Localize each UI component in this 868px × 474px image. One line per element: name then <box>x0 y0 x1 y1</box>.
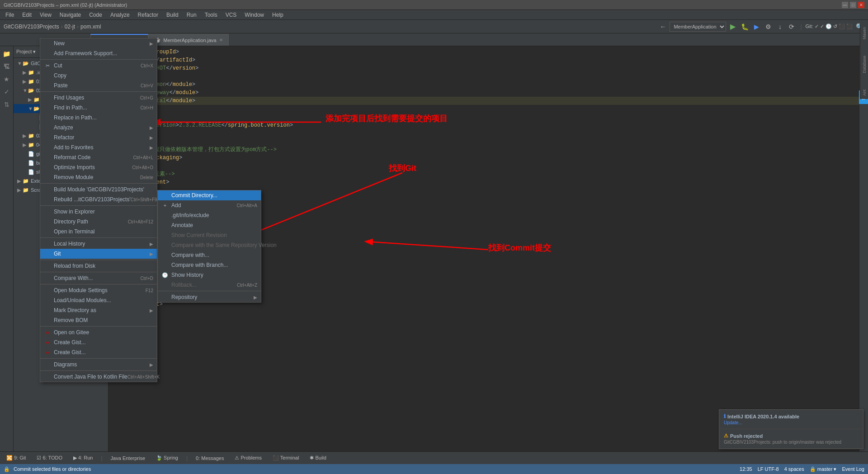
sidebar-icon-commit[interactable]: ✓ <box>1 86 13 98</box>
window-controls[interactable]: — □ ✕ <box>842 2 864 8</box>
ctx-compare-same-repo-label: Compare with the Same Repository Version <box>171 242 277 248</box>
ctx-sep-1 <box>40 59 157 60</box>
ctx-convert-kotlin[interactable]: Convert Java File to Kotlin File Ctrl+Al… <box>40 372 157 382</box>
notif-update-link[interactable]: Update... <box>724 420 742 425</box>
breadcrumb-module[interactable]: 02-jt <box>65 24 75 30</box>
tab-spring[interactable]: 🍃 Spring <box>151 453 183 464</box>
tab-run[interactable]: ▶ 4: Run <box>69 453 97 464</box>
tab-member-close[interactable]: ✕ <box>219 38 223 43</box>
ctx-copy[interactable]: Copy <box>40 71 157 81</box>
menu-edit[interactable]: Edit <box>19 11 35 19</box>
menu-build[interactable]: Build <box>163 11 182 19</box>
menu-vcs[interactable]: VCS <box>222 11 241 19</box>
menu-refactor[interactable]: Refactor <box>134 11 162 19</box>
menu-file[interactable]: File <box>2 11 18 19</box>
ctx-create-gist2[interactable]: ●Create Gist... <box>40 347 157 357</box>
tab-java-enterprise[interactable]: Java Enterprise <box>106 453 150 464</box>
ctx-add-favorites-label: Add to Favorites <box>54 144 93 151</box>
sidebar-icon-structure[interactable]: 🏗 <box>1 61 13 72</box>
close-btn[interactable]: ✕ <box>858 2 864 8</box>
minimize-btn[interactable]: — <box>842 2 848 8</box>
ctx-add[interactable]: +Add Ctrl+Alt+A <box>158 200 261 210</box>
tab-todo[interactable]: ☑ 6: TODO <box>32 453 67 464</box>
ctx-commit-dir[interactable]: Commit Directory... <box>158 190 261 200</box>
ctx-paste[interactable]: Paste Ctrl+V <box>40 81 157 90</box>
status-event-log[interactable]: Event Log <box>842 466 864 472</box>
breadcrumb-file[interactable]: pom.xml <box>80 24 101 30</box>
ctx-git[interactable]: Git ▶ <box>40 249 157 259</box>
ctx-find-path[interactable]: Find in Path... Ctrl+H <box>40 103 157 113</box>
ctx-compare-with-sub[interactable]: Compare with... <box>158 250 261 260</box>
tab-member-application[interactable]: ☕ MemberApplication.java ✕ <box>148 34 228 46</box>
sidebar-icon-favorites[interactable]: ★ <box>1 73 13 85</box>
ctx-refactor[interactable]: Refactor ▶ <box>40 133 157 142</box>
ctx-rebuild[interactable]: Rebuild ...itCGBIV2103Projects' Ctrl+Shi… <box>40 194 157 204</box>
ctx-diagrams[interactable]: Diagrams ▶ <box>40 360 157 370</box>
ctx-add-favorites[interactable]: Add to Favorites ▶ <box>40 142 157 152</box>
ctx-open-terminal[interactable]: Open in Terminal <box>40 227 157 237</box>
ctx-cut[interactable]: ✂Cut Ctrl+X <box>40 61 157 71</box>
ctx-show-explorer[interactable]: Show in Explorer <box>40 207 157 217</box>
tab-terminal[interactable]: ⬛ Terminal <box>268 453 303 464</box>
ctx-create-gist1-label: Create Gist... <box>54 339 86 346</box>
tab-git[interactable]: 🔀 9: Git <box>2 453 30 464</box>
run-config-select[interactable]: MemberApplication <box>670 22 726 32</box>
ctx-compare-with[interactable]: Compare With... Ctrl+D <box>40 273 157 283</box>
ctx-sep-8 <box>40 284 157 284</box>
menu-run[interactable]: Run <box>183 11 200 19</box>
ctx-annotate[interactable]: Annotate <box>158 220 261 230</box>
back-btn[interactable]: ← <box>658 22 668 32</box>
menu-analyze[interactable]: Analyze <box>107 11 133 19</box>
ctx-module-settings[interactable]: Open Module Settings F12 <box>40 285 157 295</box>
ctx-load-modules[interactable]: Load/Unload Modules... <box>40 295 157 305</box>
ctx-find-usages[interactable]: Find Usages Ctrl+G <box>40 93 157 103</box>
right-sidebar: Maven Database Ant <box>860 24 868 99</box>
ctx-git-label: Git <box>54 251 61 257</box>
ctx-remove-bom[interactable]: Remove BOM <box>40 315 157 325</box>
ant-label[interactable]: Ant <box>861 86 868 100</box>
debug-btn[interactable]: 🐛 <box>740 22 750 32</box>
maven-label[interactable]: Maven <box>861 24 868 43</box>
menu-navigate[interactable]: Navigate <box>56 11 85 19</box>
tab-build[interactable]: ✱ Build <box>305 453 331 464</box>
ctx-reload-disk[interactable]: Reload from Disk <box>40 261 157 271</box>
ctx-repository[interactable]: Repository ▶ <box>158 292 261 302</box>
maximize-btn[interactable]: □ <box>850 2 856 8</box>
database-label[interactable]: Database <box>861 52 868 77</box>
ctx-show-history[interactable]: 🕐Show History <box>158 270 261 280</box>
menu-code[interactable]: Code <box>85 11 106 19</box>
menu-help[interactable]: Help <box>269 11 287 19</box>
sidebar-icon-pull-request[interactable]: ⇅ <box>1 99 13 110</box>
menu-window[interactable]: Window <box>241 11 268 19</box>
notif-update: ℹ IntelliJ IDEA 2020.1.4 available Updat… <box>719 410 863 429</box>
ctx-compare-branch[interactable]: Compare with Branch... <box>158 260 261 270</box>
ctx-gitinfo-exclude[interactable]: .git/info/exclude <box>158 210 261 220</box>
ctx-open-gitee[interactable]: ●Open on Gitee <box>40 327 157 337</box>
coverage-btn[interactable]: ▶ <box>751 22 761 32</box>
toolbar-btn-2[interactable]: ↓ <box>775 22 785 32</box>
ctx-commit-dir-label: Commit Directory... <box>171 192 217 199</box>
ctx-build-module[interactable]: Build Module 'GitCGBIV2103Projects' <box>40 185 157 194</box>
ctx-create-gist1[interactable]: ●Create Gist... <box>40 337 157 347</box>
tab-problems[interactable]: ⚠ Problems <box>230 453 266 464</box>
toolbar-btn-1[interactable]: ⚙ <box>763 22 773 32</box>
ctx-add-framework[interactable]: Add Framework Support... <box>40 48 157 58</box>
ctx-dir-path[interactable]: Directory Path Ctrl+Alt+F12 <box>40 217 157 227</box>
ctx-new[interactable]: New ▶ <box>40 38 157 48</box>
ctx-mark-dir-label: Mark Directory as <box>54 307 96 313</box>
ctx-reformat[interactable]: Reformat Code Ctrl+Alt+L <box>40 152 157 162</box>
ctx-local-history[interactable]: Local History ▶ <box>40 239 157 249</box>
ctx-replace-path[interactable]: Replace in Path... <box>40 113 157 123</box>
status-branch[interactable]: 🔒 master ▾ <box>810 466 837 472</box>
menu-tools[interactable]: Tools <box>201 11 221 19</box>
sidebar-icon-project[interactable]: 📁 <box>1 48 13 60</box>
ctx-remove-module[interactable]: Remove Module Delete <box>40 172 157 182</box>
toolbar-btn-3[interactable]: ⟳ <box>787 22 797 32</box>
ctx-mark-dir[interactable]: Mark Directory as ▶ <box>40 305 157 315</box>
menu-view[interactable]: View <box>36 11 55 19</box>
run-button[interactable]: ▶ <box>728 22 738 32</box>
tab-messages[interactable]: 0: Messages <box>191 453 228 464</box>
breadcrumb-root[interactable]: GitCGBIV2103Projects <box>4 24 59 30</box>
ctx-optimize[interactable]: Optimize Imports Ctrl+Alt+O <box>40 162 157 172</box>
ctx-analyze[interactable]: Analyze ▶ <box>40 123 157 133</box>
